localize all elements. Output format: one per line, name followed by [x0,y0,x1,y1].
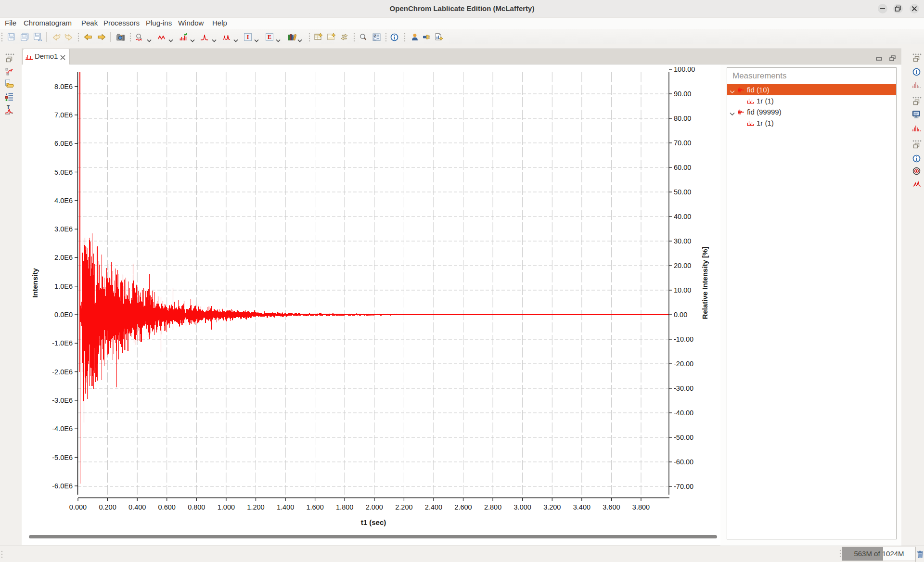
svg-text:0.000: 0.000 [69,503,87,511]
svg-text:1.600: 1.600 [306,503,323,511]
svg-text:5.0E6: 5.0E6 [54,168,73,176]
svg-text:-30.00: -30.00 [674,384,693,392]
svg-text:20.00: 20.00 [674,262,691,269]
svg-text:0.00: 0.00 [674,311,687,319]
svg-text:100.00: 100.00 [674,67,695,73]
svg-text:70.00: 70.00 [674,139,691,147]
svg-text:90.00: 90.00 [674,90,691,98]
svg-text:Relative Intensity [%]: Relative Intensity [%] [701,247,709,319]
svg-text:0.0E0: 0.0E0 [54,311,73,319]
svg-text:3.400: 3.400 [573,503,590,511]
svg-text:-6.0E6: -6.0E6 [52,482,73,490]
svg-text:-70.00: -70.00 [674,483,693,490]
svg-text:50.00: 50.00 [674,188,691,196]
svg-text:Intensity: Intensity [31,268,39,298]
svg-text:-60.00: -60.00 [674,458,693,466]
svg-text:1.0E6: 1.0E6 [54,282,73,290]
svg-text:3.800: 3.800 [632,503,650,511]
svg-text:-20.00: -20.00 [674,360,693,368]
svg-text:7.0E6: 7.0E6 [54,111,73,119]
svg-text:t1 (sec): t1 (sec) [361,518,386,526]
svg-text:8.0E6: 8.0E6 [54,83,73,90]
svg-text:-4.0E6: -4.0E6 [52,425,73,433]
svg-text:6.0E6: 6.0E6 [54,140,73,147]
svg-text:3.0E6: 3.0E6 [54,225,73,233]
svg-text:3.600: 3.600 [603,503,620,511]
svg-text:-10.00: -10.00 [674,335,693,343]
svg-text:2.000: 2.000 [366,503,383,511]
svg-text:80.00: 80.00 [674,115,691,122]
svg-text:10.00: 10.00 [674,286,691,294]
svg-text:4.0E6: 4.0E6 [54,197,73,204]
svg-text:2.200: 2.200 [395,503,412,511]
svg-text:2.600: 2.600 [454,503,472,511]
svg-text:30.00: 30.00 [674,237,691,245]
svg-text:E: E [268,34,271,40]
svg-text:I: I [247,34,249,40]
svg-text:40.00: 40.00 [674,213,691,220]
svg-text:1.000: 1.000 [218,503,235,511]
svg-text:-40.00: -40.00 [674,409,693,417]
svg-text:3.200: 3.200 [543,503,561,511]
svg-text:1.800: 1.800 [336,503,353,511]
svg-text:60.00: 60.00 [674,164,691,171]
svg-text:2.0E6: 2.0E6 [54,254,73,261]
svg-text:-1.0E6: -1.0E6 [52,339,73,347]
svg-text:-5.0E6: -5.0E6 [52,454,73,461]
svg-text:0.400: 0.400 [128,503,146,511]
svg-text:-2.0E6: -2.0E6 [52,368,73,376]
svg-text:-50.00: -50.00 [674,434,693,441]
svg-text:2.400: 2.400 [425,503,442,511]
svg-text:0.800: 0.800 [188,503,205,511]
svg-text:1.400: 1.400 [277,503,294,511]
svg-text:1.200: 1.200 [247,503,264,511]
svg-text:0.200: 0.200 [99,503,116,511]
svg-text:3.000: 3.000 [514,503,531,511]
svg-text:-3.0E6: -3.0E6 [52,396,73,404]
svg-text:2.800: 2.800 [484,503,501,511]
svg-text:0.600: 0.600 [158,503,176,511]
